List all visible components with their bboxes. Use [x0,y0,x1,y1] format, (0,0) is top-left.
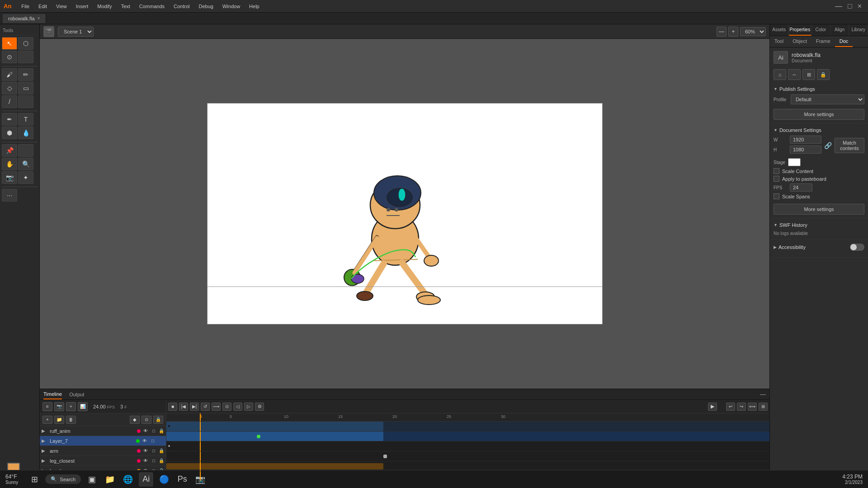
frame-row-layer7[interactable] [166,432,769,441]
loop-btn[interactable]: ↺ [201,403,210,411]
window-minimize[interactable]: — [832,2,845,10]
text-tool[interactable]: T [18,113,33,126]
zoom-slider[interactable]: ⟺ [748,403,757,411]
undo-btn[interactable]: ↩ [726,403,735,411]
taskbar-edge-browser[interactable]: 🌐 [121,472,135,487]
tab-timeline[interactable]: Timeline [43,389,62,399]
add-keyframe-btn[interactable]: ◆ [130,416,140,424]
menu-modify[interactable]: Modify [93,2,116,11]
stop-btn[interactable]: ■ [168,403,177,411]
scale-spans-checkbox[interactable] [774,193,779,199]
taskbar-task-view[interactable]: ▣ [85,472,99,487]
onion-prev-btn[interactable]: ◁ [233,403,242,411]
eyedrop-tool[interactable]: 💧 [18,127,33,139]
prop-icon-1[interactable]: ⌂ [774,69,786,80]
prop-icon-2[interactable]: ↔ [788,69,801,80]
zoom-out-btn[interactable]: — [717,27,726,37]
select-tool[interactable]: ↖ [2,37,17,50]
settings-btn[interactable]: ⚙ [255,403,264,411]
stage-canvas[interactable] [40,39,769,389]
doc-tab-frame[interactable]: Frame [811,36,835,47]
menu-edit[interactable]: Edit [34,2,52,11]
scale-content-checkbox[interactable] [774,168,779,174]
accessibility-toggle[interactable] [850,244,864,251]
subselect-tool[interactable]: ⬡ [18,37,33,50]
layer-visible-btn[interactable]: 👁 [142,428,149,434]
shape-tool[interactable]: ◇ [2,82,17,94]
frame-row-ruff-anim[interactable] [166,422,769,432]
menu-control[interactable]: Control [169,2,194,11]
lock-all-btn[interactable]: 🔒 [153,416,163,424]
layer-visible-btn[interactable]: 👁 [142,438,148,444]
onion-skin-btn[interactable]: ⊙ [142,416,151,424]
stage-color-picker[interactable] [788,158,801,166]
layer-row-ruff-anim[interactable]: ▶ ruff_anim 👁 □ 🔒 [40,426,166,436]
frame-row-arm[interactable] [166,441,769,451]
layer-outline-btn[interactable]: □ [151,448,157,454]
taskbar-start-btn[interactable]: ⊞ [27,472,42,487]
wand-tool[interactable]: ✦ [18,171,33,184]
taskbar-animate-app[interactable]: Ai [139,472,153,487]
window-maximize[interactable]: □ [845,2,855,10]
play-btn[interactable]: ▶ [708,403,717,411]
frame-row-leg-closest[interactable] [166,451,769,461]
scene-select[interactable]: Scene 1 [58,27,94,37]
width-input[interactable] [790,136,821,144]
layer-row-layer7[interactable]: ▶ Layer_7 👁 □ [40,436,166,446]
panel-tab-color[interactable]: Color [811,24,830,36]
panel-tab-library[interactable]: Library [849,24,868,36]
taskbar-file-explorer[interactable]: 📁 [103,472,117,487]
match-contents-btn[interactable]: Match contents [835,138,864,153]
fps-input[interactable] [790,183,812,192]
window-close[interactable]: × [855,2,864,10]
prop-icon-3[interactable]: ⊞ [802,69,815,80]
pin-tool[interactable]: 📌 [2,144,17,157]
swf-history-header[interactable]: ▼ SWF History [774,222,864,228]
doc-tab-doc[interactable]: Doc [835,36,853,47]
layer-row-arm[interactable]: ▶ arm 👁 □ 🔒 [40,446,166,456]
prop-icon-4[interactable]: 🔒 [817,69,830,80]
pencil-tool[interactable]: ✏ [18,68,33,81]
rectangle-tool[interactable]: ▭ [18,82,33,94]
zoom-tool[interactable]: 🔍 [18,158,33,170]
menu-file[interactable]: File [17,2,34,11]
publish-more-settings-btn[interactable]: More settings [774,109,864,120]
fit-frames-btn[interactable]: ⊞ [759,403,768,411]
menu-text[interactable]: Text [117,2,135,11]
document-settings-header[interactable]: ▼ Document Settings [774,127,864,133]
tl-chart-btn[interactable]: 📊 [78,402,88,411]
taskbar-chrome-browser[interactable]: 🔵 [157,472,171,487]
profile-select[interactable]: Default [791,94,864,104]
tl-camera-btn[interactable]: 📷 [54,402,64,411]
doc-tab-tool[interactable]: Tool [770,36,788,47]
zoom-select[interactable]: 60% [740,27,766,36]
tl-layers-btn[interactable]: ≡ [42,402,52,411]
line-tool[interactable]: / [2,95,17,108]
apply-pasteboard-checkbox[interactable] [774,176,779,182]
hand-tool[interactable]: ✋ [2,158,17,170]
onion-skin2-btn[interactable]: ⊙ [222,403,231,411]
delete-layer-btn[interactable]: 🗑 [66,416,76,424]
doc-tab-object[interactable]: Object [788,36,811,47]
next-frame-btn[interactable]: ▶| [190,403,199,411]
layer-outline-btn[interactable]: □ [151,428,157,434]
tab-output[interactable]: Output [69,390,84,399]
doc-more-settings-btn[interactable]: More settings [774,204,864,215]
layer-outline-btn[interactable]: □ [150,438,156,444]
publish-settings-header[interactable]: ▼ Publish Settings [774,86,864,92]
prev-frame-btn[interactable]: |◀ [179,403,188,411]
menu-view[interactable]: View [52,2,71,11]
layer-row-leg-closest[interactable]: ▶ leg_closest 👁 □ 🔒 [40,456,166,466]
height-input[interactable] [790,145,821,154]
menu-debug[interactable]: Debug [194,2,218,11]
panel-tab-align[interactable]: Align [830,24,849,36]
lasso-tool[interactable]: ⊙ [2,51,17,63]
menu-insert[interactable]: Insert [71,2,93,11]
timeline-minimize-btn[interactable]: — [760,391,766,398]
panel-tab-assets[interactable]: Assets [770,24,789,36]
taskbar-photoshop-app[interactable]: Ps [175,472,189,487]
panel-tab-properties[interactable]: Properties [789,24,812,36]
file-tab[interactable]: robowalk.fla × [3,14,46,23]
menu-commands[interactable]: Commands [135,2,169,11]
accessibility-header[interactable]: ▶ Accessibility [774,244,864,251]
